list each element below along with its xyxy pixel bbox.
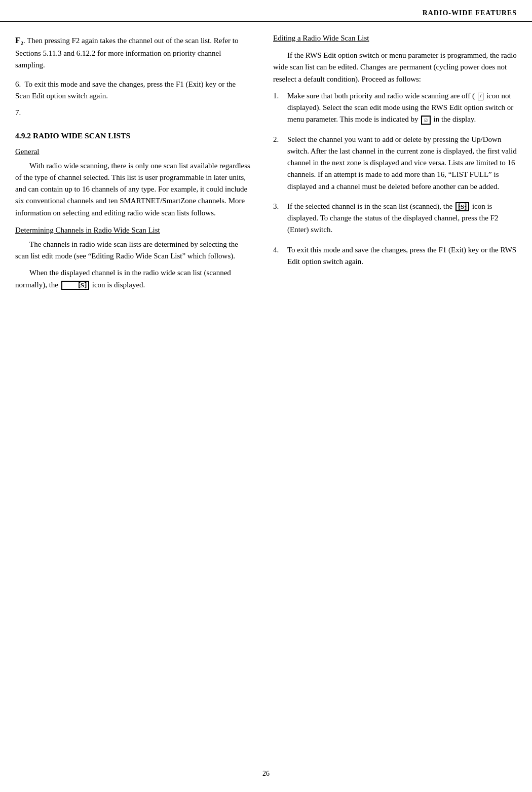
item6-text: To exit this mode and save the changes, … (15, 80, 236, 100)
item-6: 6. To exit this mode and save the change… (15, 79, 252, 102)
page-header: RADIO-WIDE FEATURES (0, 0, 532, 22)
list-item-2: 2. Select the channel you want to add or… (273, 134, 517, 193)
priority-icon: / (478, 93, 483, 100)
section-heading: 4.9.2 RADIO WIDE SCAN LISTS (15, 130, 252, 142)
left-column: F2. Then pressing F2 again takes the cha… (15, 34, 266, 296)
editing-heading: Editing a Radio Wide Scan List (273, 34, 517, 43)
list-text-3: If the selected channel is in the scan l… (287, 201, 517, 236)
item3-text-before: If the selected channel is in the scan l… (287, 202, 452, 210)
list-text-1: Make sure that both priority and radio w… (287, 90, 517, 126)
list-text-2: Select the channel you want to add or de… (287, 134, 517, 193)
determining-para2: When the displayed channel is in the rad… (15, 267, 252, 291)
scan-icon-inline: ⁅S⁆ (61, 281, 89, 290)
list-number-3: 3. (273, 201, 287, 236)
page-footer: 26 (0, 770, 532, 778)
item1-text-before: Make sure that both priority and radio w… (287, 92, 475, 100)
list-number-1: 1. (273, 90, 287, 126)
f2-paragraph: F2. Then pressing F2 again takes the cha… (15, 34, 252, 71)
list-text-4: To exit this mode and save the changes, … (287, 244, 517, 268)
list-number-2: 2. (273, 134, 287, 193)
item7-label: 7. (15, 108, 21, 117)
editing-intro: If the RWS Edit option switch or menu pa… (273, 50, 517, 85)
page-number: 26 (262, 770, 270, 777)
general-label: General (15, 147, 252, 156)
f2-text: . Then pressing F2 again takes the chann… (15, 36, 239, 69)
f2-icon: F2 (15, 34, 23, 48)
list-item-3: 3. If the selected channel is in the sca… (273, 201, 517, 236)
list-number-4: 4. (273, 244, 287, 268)
header-title: RADIO-WIDE FEATURES (423, 9, 517, 17)
det-para2-after: icon is displayed. (92, 281, 145, 289)
page-content: F2. Then pressing F2 again takes the cha… (0, 22, 532, 316)
right-column: Editing a Radio Wide Scan List If the RW… (266, 34, 517, 296)
item6-label: 6. (15, 80, 21, 88)
scan-icon-item3: ⁅S⁆ (455, 202, 469, 211)
item-7: 7. (15, 107, 252, 119)
determining-heading: Determining Channels in Radio Wide Scan … (15, 226, 252, 235)
rws-mode-icon: ☑ (421, 116, 431, 125)
general-paragraph: With radio wide scanning, there is only … (15, 160, 252, 219)
list-item-4: 4. To exit this mode and save the change… (273, 244, 517, 268)
item1-text-after: in the display. (434, 115, 476, 123)
determining-para1: The channels in radio wide scan lists ar… (15, 239, 252, 262)
list-item-1: 1. Make sure that both priority and radi… (273, 90, 517, 126)
